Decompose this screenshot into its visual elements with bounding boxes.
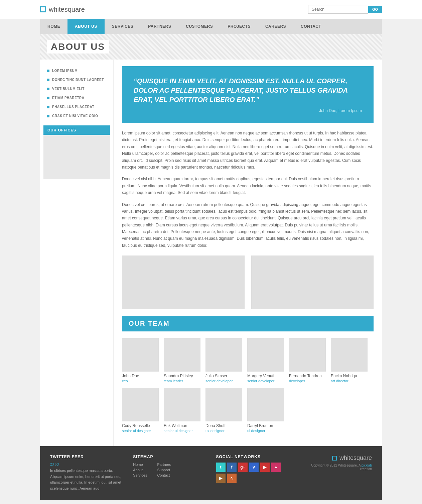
sidebar-item-label-0: LOREM IPSUM	[52, 69, 78, 73]
bullet-icon	[47, 70, 49, 72]
footer: TWITTER FEED 23 oct In ultrices pellente…	[40, 446, 382, 500]
team-name-5: Encka Nobriga	[331, 374, 368, 378]
team-member-8: Dona Shoff ux designer	[205, 388, 242, 433]
team-member-7: Erik Wollman senior ui designer	[164, 388, 200, 433]
nav-partners[interactable]: PARTNERS	[141, 19, 178, 34]
image-row	[122, 256, 374, 309]
sidebar-item-4[interactable]: PHASELLUS PLACERAT	[40, 102, 113, 111]
team-photo-2	[205, 338, 242, 372]
team-name-4: Fernando Tondrea	[289, 374, 326, 378]
twitter-date: 23 oct	[50, 463, 123, 466]
sidebar-item-0[interactable]: LOREM IPSUM	[40, 66, 113, 75]
sitemap-home[interactable]: Home	[133, 463, 147, 467]
twitter-icon[interactable]: t	[216, 463, 226, 472]
sidebar-item-label-3: ETIAM PHARETRA	[52, 96, 84, 100]
content-image-2	[251, 256, 374, 309]
team-name-0: John Doe	[122, 374, 159, 378]
footer-sitemap: SITEMAP Home About Services Partners Sup…	[133, 455, 206, 491]
search-button[interactable]: GO	[368, 6, 382, 13]
sidebar: LOREM IPSUM DONEC TINCIDUNT LAOREET VEST…	[40, 60, 114, 446]
nav-contact[interactable]: CONTACT	[293, 19, 328, 34]
sitemap-services[interactable]: Services	[133, 473, 147, 477]
picklab-link[interactable]: picklab	[362, 464, 372, 467]
team-photo-6	[122, 388, 159, 421]
quote-text: “QUISQUE IN ENIM VELIT, AT DIGNISSIM EST…	[134, 76, 362, 104]
team-name-6: Cody Rousselle	[122, 423, 159, 428]
nav-about[interactable]: ABOUT US	[67, 19, 105, 34]
team-photo-7	[164, 388, 200, 421]
nav-services[interactable]: SERVICES	[105, 19, 141, 34]
sidebar-item-label-2: VESTIBULUM ELIT	[52, 87, 85, 91]
gplus-icon[interactable]: g+	[238, 463, 248, 472]
team-photo-0	[122, 338, 159, 372]
page-title-bar: ABOUT US	[40, 34, 382, 60]
nav-home[interactable]: HOME	[40, 19, 67, 34]
footer-logo-area: whitesquare Copyright © 2012 Whitesquare…	[299, 455, 372, 491]
main-nav: HOME ABOUT US SERVICES PARTNERS CUSTOMER…	[40, 19, 382, 34]
bullet-icon	[47, 88, 49, 90]
rss-icon[interactable]: ∿	[227, 474, 237, 483]
vimeo-icon[interactable]: v	[249, 463, 259, 472]
body-paragraph-1: Donec vel nisl nibh. Aenean quam tortor,…	[122, 176, 374, 196]
sidebar-item-1[interactable]: DONEC TINCIDUNT LAOREET	[40, 75, 113, 84]
sidebar-item-2[interactable]: VESTIBULUM ELIT	[40, 84, 113, 93]
nav-customers[interactable]: CUSTOMERS	[178, 19, 220, 34]
body-paragraph-0: Lorem ipsum dolor sit amet, consectetur …	[122, 130, 374, 171]
sitemap-partners[interactable]: Partners	[157, 463, 171, 467]
team-name-1: Saundra Pittsley	[164, 374, 200, 378]
footer-logo-text: whitesquare	[339, 455, 372, 462]
bullet-icon	[47, 115, 49, 117]
team-role-5: art director	[331, 379, 368, 383]
instagram-icon[interactable]: ▶	[216, 474, 226, 483]
team-name-2: Julio Simser	[205, 374, 242, 378]
bullet-icon	[47, 106, 49, 108]
logo: whitesquare	[40, 6, 85, 13]
team-member-1: Saundra Pittsley team leader	[164, 338, 200, 383]
offices-map	[43, 135, 110, 179]
team-member-3: Margery Venuti senior developer	[247, 338, 284, 383]
content-area: “QUISQUE IN ENIM VELIT, AT DIGNISSIM EST…	[114, 60, 382, 446]
team-photo-9	[247, 388, 284, 421]
page-title: ABOUT US	[47, 40, 109, 54]
quote-block: “QUISQUE IN ENIM VELIT, AT DIGNISSIM EST…	[122, 66, 374, 123]
footer-social: SOCIAL NETWORKS t f g+ v ▶ ● ▶ ∿	[216, 455, 289, 491]
footer-logo-icon	[332, 456, 337, 461]
team-member-2: Julio Simser senior developer	[205, 338, 242, 383]
team-role-6: senior ui designer	[122, 429, 159, 433]
team-photo-1	[164, 338, 200, 372]
team-photo-8	[205, 388, 242, 421]
team-photo-3	[247, 338, 284, 372]
quote-attribution: John Doe, Lorem Ipsum	[134, 108, 362, 113]
team-grid: John Doe ceo Saundra Pittsley team leade…	[122, 338, 374, 433]
team-member-4: Fernando Tondrea developer	[289, 338, 326, 383]
header: whitesquare GO	[0, 0, 422, 19]
sidebar-item-3[interactable]: ETIAM PHARETRA	[40, 93, 113, 102]
twitter-title: TWITTER FEED	[50, 455, 123, 459]
search-input[interactable]	[308, 5, 368, 14]
sitemap-col-1: Home About Services	[133, 463, 147, 479]
team-title: OUR TEAM	[129, 320, 367, 327]
team-role-1: team leader	[164, 379, 200, 383]
copyright: Copyright © 2012 Whitesquare. A picklab …	[299, 464, 372, 471]
sidebar-item-5[interactable]: CRAS ET NISI VITAE ODIO	[40, 111, 113, 120]
facebook-icon[interactable]: f	[227, 463, 237, 472]
sidebar-item-label-5: CRAS ET NISI VITAE ODIO	[52, 114, 98, 118]
sitemap-contact[interactable]: Contact	[157, 473, 171, 477]
team-member-6: Cody Rousselle senior ui designer	[122, 388, 159, 433]
nav-projects[interactable]: PROJECTS	[220, 19, 258, 34]
nav-careers[interactable]: CAREERS	[258, 19, 293, 34]
team-member-5: Encka Nobriga art director	[331, 338, 368, 383]
team-role-2: senior developer	[205, 379, 242, 383]
sitemap-about[interactable]: About	[133, 468, 147, 472]
offices-box: OUR OFFICES	[43, 125, 110, 179]
sidebar-menu: LOREM IPSUM DONEC TINCIDUNT LAOREET VEST…	[40, 66, 113, 120]
main-content: LOREM IPSUM DONEC TINCIDUNT LAOREET VEST…	[40, 60, 382, 446]
team-role-7: senior ui designer	[164, 429, 200, 433]
team-photo-5	[331, 338, 368, 372]
youtube-icon[interactable]: ▶	[260, 463, 270, 472]
team-name-7: Erik Wollman	[164, 423, 200, 428]
copyright-text: Copyright © 2012 Whitesquare. A	[311, 464, 361, 467]
flickr-icon[interactable]: ●	[271, 463, 281, 472]
team-name-3: Margery Venuti	[247, 374, 284, 378]
sitemap-support[interactable]: Support	[157, 468, 171, 472]
